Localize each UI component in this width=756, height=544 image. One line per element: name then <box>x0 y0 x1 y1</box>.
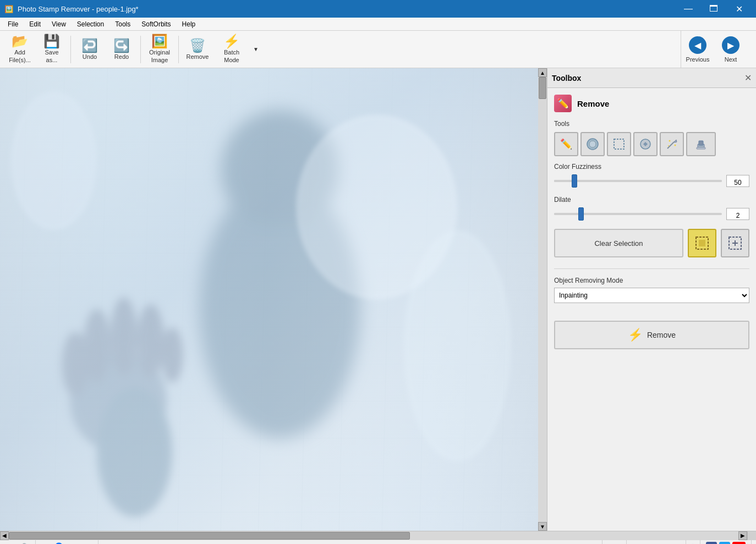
app-icon: 🖼️ <box>4 5 13 13</box>
format-segment: JPG <box>602 540 627 545</box>
svg-point-38 <box>404 230 512 461</box>
wand-tool-button[interactable] <box>660 132 684 156</box>
menu-view[interactable]: View <box>46 18 72 30</box>
vertical-scrollbar[interactable]: ▲ ▼ <box>538 68 547 531</box>
color-fuzziness-slider[interactable] <box>554 180 722 182</box>
menubar: File Edit View Selection Tools SoftOrbit… <box>0 18 756 31</box>
batch-dropdown-button[interactable]: ▼ <box>250 33 261 66</box>
add-files-button[interactable]: 📂 AddFile(s)... <box>4 33 35 66</box>
remove-button-label: Remove <box>647 331 676 339</box>
toolbox-panel: Toolbox ✕ ✏️ Remove Tools ✏️ <box>547 68 756 531</box>
tools-label: Tools <box>554 120 749 128</box>
horizontal-scrollbar[interactable]: ◀ ▶ <box>0 531 756 540</box>
youtube-button[interactable]: ▶ <box>732 542 746 545</box>
next-label: Next <box>725 56 737 63</box>
statusbar: 1:1 🔍 - + Time (s): 0.1 JPG (1920x1280x2… <box>0 540 756 544</box>
scroll-left-arrow[interactable]: ◀ <box>0 531 9 540</box>
svg-point-46 <box>669 140 671 142</box>
menu-tools[interactable]: Tools <box>109 18 136 30</box>
toolbox-close-button[interactable]: ✕ <box>744 73 752 83</box>
next-button[interactable]: ▶ Next <box>714 31 747 68</box>
previous-icon: ◀ <box>689 36 706 54</box>
redo-icon: ↪️ <box>113 39 130 52</box>
stamp-icon <box>693 136 709 152</box>
nav-buttons: ◀ Previous ▶ Next <box>681 31 756 68</box>
remove-toolbar-button[interactable]: 🗑️ Remove <box>182 33 213 66</box>
stamp-tool-button[interactable] <box>686 132 716 156</box>
toolbox-title: Toolbox <box>552 74 581 83</box>
undo-label: Undo <box>83 53 97 60</box>
toolbar-separator-1 <box>70 36 71 63</box>
facebook-button[interactable]: f <box>706 542 717 545</box>
maximize-button[interactable]: 🗖 <box>701 0 726 18</box>
zoom-slider[interactable] <box>43 542 87 545</box>
toolbar-separator-3 <box>178 36 179 63</box>
remove-toolbar-icon: 🗑️ <box>189 39 206 52</box>
original-image-button[interactable]: 🖼️ OriginalImage <box>144 33 175 66</box>
color-fuzziness-thumb[interactable] <box>572 174 577 188</box>
undo-button[interactable]: ↩️ Undo <box>74 33 105 66</box>
dilate-slider[interactable] <box>554 213 722 215</box>
rect-select-tool-button[interactable] <box>607 132 631 156</box>
previous-button[interactable]: ◀ Previous <box>681 31 714 68</box>
clear-selection-button[interactable]: Clear Selection <box>554 229 683 257</box>
add-files-label: AddFile(s)... <box>9 49 31 63</box>
svg-rect-53 <box>699 240 705 246</box>
menu-file[interactable]: File <box>2 18 24 30</box>
scroll-track-horizontal[interactable] <box>9 531 738 540</box>
twitter-button[interactable]: t <box>719 542 730 545</box>
object-removing-mode-select[interactable]: Inpainting Smart Fill Content Aware <box>554 288 749 303</box>
batch-mode-label: BatchMode <box>224 49 239 63</box>
dilate-value[interactable]: 2 <box>726 208 749 220</box>
color-fuzziness-value[interactable]: 50 <box>726 175 749 187</box>
eraser-icon <box>586 138 599 151</box>
svg-rect-42 <box>614 139 624 149</box>
titlebar-controls: — 🗖 ✕ <box>676 0 752 18</box>
svg-line-44 <box>667 142 674 149</box>
dimensions-segment: (1920x1280x24) <box>627 540 686 545</box>
magic-select-tool-button[interactable] <box>633 132 658 156</box>
dilate-section: Dilate 2 <box>554 196 749 220</box>
menu-selection[interactable]: Selection <box>72 18 109 30</box>
selection-mode-1-button[interactable] <box>688 229 716 257</box>
scroll-thumb-horizontal[interactable] <box>9 532 410 540</box>
selection-mode-2-button[interactable] <box>721 229 749 257</box>
next-icon: ▶ <box>722 36 739 54</box>
scroll-thumb-vertical[interactable] <box>539 77 546 99</box>
time-segment: Time (s): 0.1 <box>554 540 602 545</box>
scroll-up-arrow[interactable]: ▲ <box>538 68 547 77</box>
save-as-icon: 💾 <box>43 35 60 48</box>
info-segment: ℹ <box>686 540 700 545</box>
scroll-right-arrow[interactable]: ▶ <box>738 531 747 540</box>
image-container <box>0 68 538 531</box>
dilate-thumb[interactable] <box>578 207 584 221</box>
svg-point-41 <box>589 141 596 147</box>
rect-select-icon <box>612 138 626 151</box>
dilate-row: 2 <box>554 208 749 220</box>
selection-mode-2-icon <box>727 235 743 251</box>
minimize-button[interactable]: — <box>676 0 701 18</box>
menu-softorbits[interactable]: SoftOrbits <box>136 18 176 30</box>
pencil-tool-button[interactable]: ✏️ <box>554 132 578 156</box>
save-as-button[interactable]: 💾 Saveas... <box>36 33 67 66</box>
scroll-down-arrow[interactable]: ▼ <box>538 522 547 531</box>
toolbar: 📂 AddFile(s)... 💾 Saveas... ↩️ Undo ↪️ R… <box>0 31 756 68</box>
remove-button[interactable]: ⚡ Remove <box>554 321 749 349</box>
undo-icon: ↩️ <box>81 39 98 52</box>
object-removing-mode-section: Object Removing Mode Inpainting Smart Fi… <box>554 277 749 312</box>
titlebar-left: 🖼️ Photo Stamp Remover - people-1.jpg* <box>4 5 139 13</box>
svg-rect-51 <box>697 147 705 149</box>
main-area: ▲ ▼ Toolbox ✕ ✏️ Remove Tools ✏️ <box>0 68 756 531</box>
close-button[interactable]: ✕ <box>726 0 752 18</box>
save-as-label: Saveas... <box>45 49 58 63</box>
toolbox-title-area: Toolbox <box>552 74 581 83</box>
canvas-area[interactable]: ▲ ▼ <box>0 68 547 531</box>
zoom-in-button[interactable]: + <box>87 542 92 545</box>
svg-marker-45 <box>674 140 677 142</box>
menu-edit[interactable]: Edit <box>24 18 46 30</box>
eraser-tool-button[interactable] <box>580 132 605 156</box>
scroll-track-vertical[interactable] <box>538 77 547 522</box>
redo-button[interactable]: ↪️ Redo <box>106 33 137 66</box>
menu-help[interactable]: Help <box>177 18 201 30</box>
batch-mode-button[interactable]: ⚡ BatchMode <box>214 33 249 66</box>
